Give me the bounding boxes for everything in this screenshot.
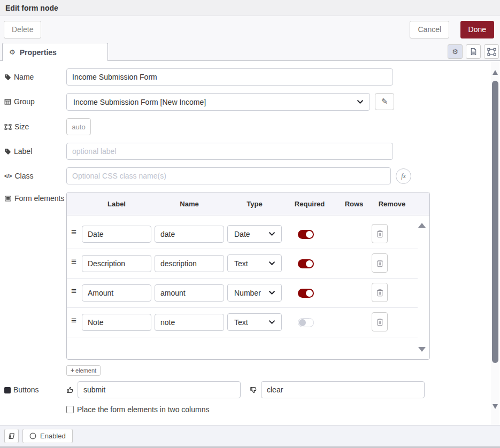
- drag-handle-icon[interactable]: ≡: [71, 257, 76, 267]
- form-elements-table-header: Label Name Type Required Rows Remove: [67, 192, 429, 215]
- circle-icon: [29, 432, 36, 439]
- table-icon: [4, 98, 11, 105]
- drag-handle-icon[interactable]: ≡: [71, 227, 76, 238]
- list-scroll-up-icon[interactable]: [418, 223, 426, 228]
- tab-icon-buttons: ⚙: [448, 44, 499, 59]
- required-toggle[interactable]: [298, 318, 314, 327]
- col-type: Type: [227, 192, 282, 215]
- form-elements-label: Form elements: [14, 194, 64, 204]
- drag-handle-icon[interactable]: ≡: [71, 315, 76, 326]
- delete-element-button[interactable]: [372, 312, 388, 331]
- drag-handle-icon[interactable]: ≡: [71, 286, 76, 297]
- name-label-group: Name: [4, 68, 66, 83]
- trash-icon: [376, 259, 383, 267]
- file-text-icon: [470, 48, 477, 56]
- size-label-group: Size: [4, 118, 66, 133]
- object-frame-icon: [487, 48, 496, 56]
- element-name-input[interactable]: [155, 284, 224, 302]
- form-elements-row: Form elements Label Name Type Required R…: [4, 192, 490, 376]
- name-input[interactable]: [66, 68, 393, 86]
- buttons-row: Buttons: [4, 381, 490, 398]
- element-type-select[interactable]: Text: [227, 313, 282, 331]
- form-elements-list: ≡ Date ≡ Text ≡ Number: [67, 215, 429, 359]
- element-label-input[interactable]: [82, 314, 151, 331]
- group-select[interactable]: Income Submission Form [New Income]: [66, 93, 370, 111]
- element-label-input[interactable]: [82, 284, 151, 302]
- gear-icon: ⚙: [9, 48, 16, 56]
- scrollbar-thumb[interactable]: [492, 81, 498, 363]
- chevron-down-icon: [269, 291, 275, 295]
- tag-icon: [4, 148, 11, 155]
- required-toggle[interactable]: [298, 289, 314, 298]
- clear-button-input[interactable]: [261, 381, 425, 398]
- element-name-input[interactable]: [155, 314, 224, 331]
- scroll-up-icon[interactable]: [493, 70, 498, 75]
- enabled-label: Enabled: [40, 432, 66, 440]
- element-label-input[interactable]: [82, 255, 151, 272]
- tab-properties[interactable]: ⚙ Properties: [2, 43, 108, 61]
- add-element-button[interactable]: +element: [66, 365, 101, 376]
- element-type-select[interactable]: Text: [227, 254, 282, 272]
- two-columns-label: Place the form elements in two columns: [77, 405, 209, 414]
- chevron-down-icon: [269, 320, 275, 324]
- group-label: Group: [14, 97, 35, 107]
- clear-group: [250, 381, 425, 398]
- size-auto-button[interactable]: auto: [66, 118, 91, 135]
- element-type-value: Number: [234, 289, 261, 297]
- cancel-button[interactable]: Cancel: [410, 21, 449, 38]
- required-toggle[interactable]: [298, 230, 314, 239]
- delete-element-button[interactable]: [372, 224, 388, 243]
- element-type-select[interactable]: Number: [227, 284, 282, 302]
- size-row: Size auto: [4, 118, 490, 135]
- gear-icon: ⚙: [452, 48, 458, 56]
- label-input[interactable]: [66, 143, 393, 160]
- class-input[interactable]: [66, 167, 391, 184]
- trash-icon: [376, 289, 383, 297]
- square-icon: [4, 387, 11, 393]
- form-element-row: ≡ Text: [67, 308, 418, 337]
- class-label: Class: [14, 171, 33, 182]
- tab-properties-label: Properties: [20, 48, 57, 57]
- enabled-toggle-button[interactable]: Enabled: [22, 429, 73, 443]
- vertical-scrollbar[interactable]: [491, 61, 499, 425]
- trash-icon: [376, 230, 383, 238]
- submit-button-input[interactable]: [78, 381, 241, 398]
- element-name-input[interactable]: [155, 226, 224, 243]
- required-toggle[interactable]: [298, 259, 314, 268]
- label-label-group: Label: [4, 143, 66, 157]
- col-label: Label: [82, 192, 151, 215]
- delete-element-button[interactable]: [372, 253, 388, 273]
- edit-group-button[interactable]: ✎: [375, 93, 394, 110]
- delete-button[interactable]: Delete: [4, 21, 41, 38]
- properties-tab-button[interactable]: ⚙: [448, 44, 463, 59]
- done-button[interactable]: Done: [460, 21, 494, 38]
- description-tab-button[interactable]: [466, 44, 481, 59]
- buttons-label-group: Buttons: [4, 381, 66, 396]
- size-label: Size: [14, 122, 29, 133]
- dialog-toolbar: Delete Cancel Done: [0, 16, 500, 43]
- form-element-row: ≡ Date: [67, 220, 418, 249]
- pencil-icon: ✎: [381, 97, 388, 106]
- edit-form-node-dialog: Edit form node Delete Cancel Done ⚙ Prop…: [0, 0, 500, 448]
- list-alt-icon: [4, 195, 12, 202]
- label-label: Label: [14, 146, 32, 157]
- expression-button[interactable]: fx: [396, 168, 411, 184]
- docs-button[interactable]: [4, 429, 19, 443]
- class-label-group: </> Class: [4, 167, 66, 182]
- book-icon: [7, 432, 16, 440]
- col-required: Required: [283, 192, 336, 215]
- col-rows: Rows: [335, 192, 373, 215]
- form-element-row: ≡ Text: [67, 249, 418, 279]
- tab-bar: ⚙ Properties ⚙: [0, 43, 500, 61]
- dialog-titlebar: Edit form node: [0, 0, 500, 16]
- list-scroll-down-icon[interactable]: [418, 347, 426, 352]
- form-element-row: ≡ Number: [67, 279, 418, 308]
- element-name-input[interactable]: [155, 255, 224, 272]
- two-columns-checkbox[interactable]: [66, 406, 74, 413]
- toggle-knob: [299, 319, 306, 326]
- element-label-input[interactable]: [82, 226, 151, 243]
- scroll-down-icon[interactable]: [493, 404, 498, 409]
- element-type-select[interactable]: Date: [227, 225, 282, 243]
- appearance-tab-button[interactable]: [484, 44, 499, 59]
- delete-element-button[interactable]: [372, 283, 388, 302]
